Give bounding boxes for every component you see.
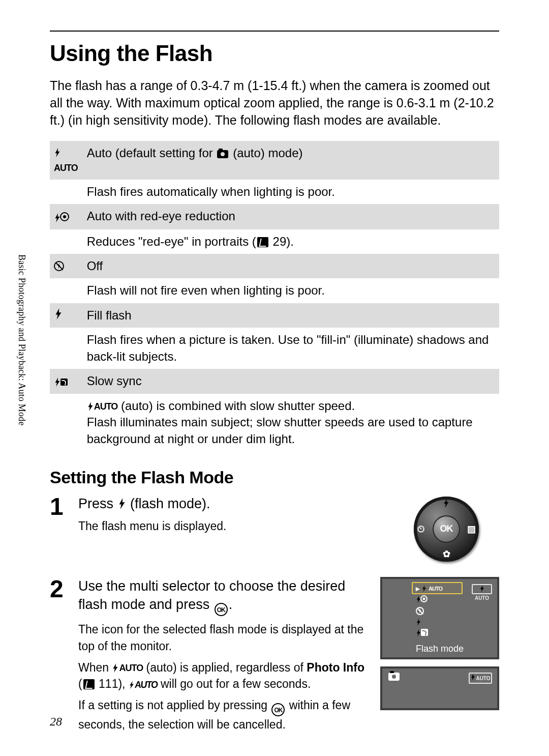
reference-icon <box>83 679 95 689</box>
self-timer-icon: ⏲ <box>417 524 426 534</box>
manual-page: Basic Photography and Playback: Auto Mod… <box>0 0 549 756</box>
display-mode-icon: AUTO <box>472 584 492 594</box>
table-row: Fill flash <box>50 303 499 328</box>
mode-label: Auto (default setting for (auto) mode) <box>83 141 499 179</box>
table-row: Flash fires when a picture is taken. Use… <box>50 328 499 369</box>
side-section-label: Basic Photography and Playback: Auto Mod… <box>16 254 27 426</box>
step-2: 2 Use the multi selector to choose the d… <box>50 577 499 738</box>
mode-label: Auto with red-eye reduction <box>83 204 499 229</box>
table-row: Off <box>50 254 499 278</box>
mode-label: Fill flash <box>83 303 499 328</box>
step-text: When AUTO (auto) is applied, regardless … <box>78 659 369 692</box>
menu-selection-highlight <box>412 582 463 594</box>
page-number: 28 <box>50 715 62 729</box>
mode-desc: Flash fires automatically when lighting … <box>83 180 499 204</box>
page-title: Using the Flash <box>50 41 499 66</box>
step-heading: Use the multi selector to choose the des… <box>78 577 369 616</box>
flash-auto-icon: AUTO <box>50 141 83 179</box>
step-number: 2 <box>50 577 70 738</box>
table-row: Flash fires automatically when lighting … <box>50 180 499 204</box>
flash-redeye-icon <box>50 204 83 229</box>
table-row: Auto with red-eye reduction <box>50 204 499 229</box>
table-row: AUTO (auto) is combined with slow shutte… <box>50 394 499 451</box>
ok-button-icon: OK <box>433 515 460 543</box>
ok-icon <box>215 603 228 616</box>
table-row: Reduces "red-eye" in portraits ( 29). <box>50 229 499 254</box>
top-rule <box>50 31 499 32</box>
monitor-illustration-result: AUTO <box>380 666 499 710</box>
intro-paragraph: The flash has a range of 0.3-4.7 m (1-15… <box>50 77 499 129</box>
mode-desc: AUTO (auto) is combined with slow shutte… <box>83 394 499 451</box>
steps-list: 1 Press (flash mode). The flash menu is … <box>50 495 499 738</box>
table-row: Slow sync <box>50 369 499 394</box>
flash-slow-icon <box>50 369 83 394</box>
table-row: AUTO Auto (default setting for (auto) mo… <box>50 141 499 179</box>
mode-desc: Flash will not fire even when lighting i… <box>83 278 499 303</box>
exposure-comp-icon: ▨ <box>467 524 476 535</box>
mode-desc: Flash fires when a picture is taken. Use… <box>83 328 499 369</box>
monitor-illustration-menu: ▸AUTO AUTO Flash mode <box>380 577 499 659</box>
lcd-caption: Flash mode <box>382 644 497 654</box>
step-1: 1 Press (flash mode). The flash menu is … <box>50 495 499 562</box>
menu-item-off <box>415 605 460 617</box>
ok-icon <box>271 703 285 716</box>
camera-mode-icon <box>387 673 401 682</box>
macro-icon: ✿ <box>443 548 450 560</box>
reference-icon <box>257 237 268 247</box>
mode-desc: Reduces "red-eye" in portraits ( 29). <box>83 229 499 254</box>
menu-item-redeye <box>415 594 460 605</box>
step-text: The flash menu is displayed. <box>78 518 369 534</box>
flash-fill-icon <box>50 303 83 328</box>
flash-menu-list: ▸AUTO <box>415 583 460 644</box>
step-heading: Press (flash mode). <box>78 495 369 513</box>
menu-item-slow <box>415 628 460 639</box>
table-row: Flash will not fire even when lighting i… <box>50 278 499 303</box>
flash-off-icon <box>50 254 83 278</box>
multi-selector-illustration: OK ✿ ⏲ ▨ <box>414 497 479 562</box>
display-mode-icon: AUTO <box>469 673 492 684</box>
mode-label: Slow sync <box>83 369 499 394</box>
display-auto-icon: AUTO <box>128 678 158 691</box>
flash-icon <box>443 499 450 509</box>
mode-label: Off <box>83 254 499 278</box>
step-text: If a setting is not applied by pressing … <box>78 697 369 733</box>
camera-icon <box>217 150 228 158</box>
step-number: 1 <box>50 495 70 562</box>
step-text: The icon for the selected flash mode is … <box>78 621 369 654</box>
section-heading: Setting the Flash Mode <box>50 468 499 487</box>
flash-modes-table: AUTO Auto (default setting for (auto) mo… <box>50 141 499 451</box>
menu-item-fill <box>415 617 460 628</box>
